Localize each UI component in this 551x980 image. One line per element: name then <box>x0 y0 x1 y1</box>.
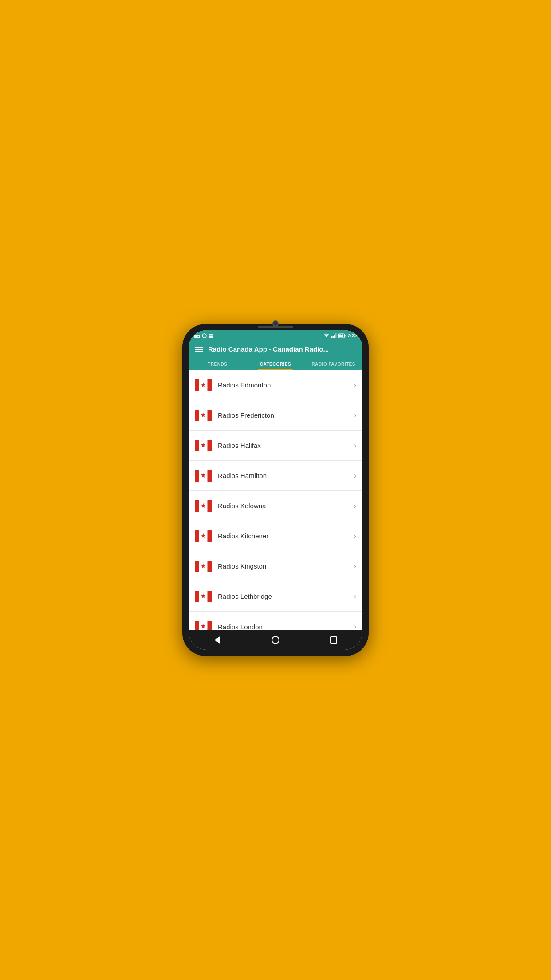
svg-point-1 <box>198 336 199 337</box>
canada-flag-icon <box>195 379 212 391</box>
svg-rect-20 <box>208 410 212 421</box>
item-label: Radios Kitchener <box>218 532 354 540</box>
svg-rect-15 <box>195 379 199 391</box>
list-item[interactable]: Radios Hamilton › <box>189 461 362 491</box>
svg-rect-24 <box>208 440 212 451</box>
canada-flag-icon <box>195 500 212 512</box>
canada-flag-icon <box>195 440 212 451</box>
chevron-right-icon: › <box>354 411 356 419</box>
chevron-right-icon: › <box>354 381 356 389</box>
svg-rect-39 <box>195 561 199 572</box>
list-item[interactable]: Radios Lethbridge › <box>189 581 362 612</box>
list-item[interactable]: Radios Kingston › <box>189 551 362 581</box>
svg-rect-48 <box>208 621 212 630</box>
app-title: Radio Canada App - Canadian Radio... <box>208 345 356 353</box>
menu-line-2 <box>195 349 203 350</box>
canada-flag-icon <box>195 561 212 572</box>
storage-status-icon <box>209 333 213 338</box>
svg-rect-7 <box>331 336 333 338</box>
item-label: Radios Edmonton <box>218 381 354 389</box>
status-icons-left <box>194 333 213 338</box>
svg-rect-40 <box>208 561 212 572</box>
radio-status-icon <box>194 333 200 338</box>
chevron-right-icon: › <box>354 472 356 480</box>
list-item[interactable]: Radios London › <box>189 612 362 630</box>
tab-favorites[interactable]: RADIO FAVORITES <box>304 357 362 370</box>
menu-line-3 <box>195 351 203 352</box>
chevron-right-icon: › <box>354 502 356 510</box>
svg-rect-23 <box>195 440 199 451</box>
item-label: Radios Fredericton <box>218 411 354 419</box>
canada-flag-icon <box>195 410 212 421</box>
chevron-right-icon: › <box>354 593 356 601</box>
canada-flag-icon <box>195 530 212 542</box>
phone-screen: 7:22 Radio Canada App - Canadian Radio..… <box>189 330 362 650</box>
item-label: Radios Lethbridge <box>218 593 354 600</box>
list-item[interactable]: Radios Fredericton › <box>189 400 362 431</box>
back-button[interactable] <box>212 635 223 645</box>
svg-rect-47 <box>195 621 199 630</box>
list-item[interactable]: Radios Kitchener › <box>189 521 362 551</box>
item-label: Radios Halifax <box>218 442 354 449</box>
list-item[interactable]: Radios Kelowna › <box>189 491 362 521</box>
tab-bar: TRENDS CATEGORIES RADIO FAVORITES <box>189 357 362 370</box>
phone-device: 7:22 Radio Canada App - Canadian Radio..… <box>182 324 369 656</box>
canada-flag-icon <box>195 621 212 630</box>
canada-flag-icon <box>195 591 212 602</box>
chevron-right-icon: › <box>354 623 356 630</box>
recents-button[interactable] <box>328 635 339 645</box>
item-label: Radios London <box>218 623 354 631</box>
svg-rect-12 <box>345 335 346 336</box>
svg-rect-19 <box>195 410 199 421</box>
back-icon <box>214 636 220 644</box>
tab-categories[interactable]: CATEGORIES <box>247 357 305 370</box>
svg-line-2 <box>194 333 196 335</box>
svg-rect-8 <box>333 336 334 338</box>
list-item[interactable]: Radios Halifax › <box>189 431 362 461</box>
svg-rect-16 <box>208 379 212 391</box>
wifi-icon <box>323 333 330 338</box>
chevron-right-icon: › <box>354 442 356 450</box>
svg-rect-28 <box>208 470 212 482</box>
svg-rect-35 <box>195 530 199 542</box>
status-time: 7:22 <box>347 333 357 338</box>
list-item[interactable]: Radios Edmonton › <box>189 370 362 400</box>
chevron-right-icon: › <box>354 562 356 570</box>
tab-trends[interactable]: TRENDS <box>189 357 247 370</box>
svg-rect-44 <box>208 591 212 602</box>
menu-line-1 <box>195 347 203 348</box>
item-label: Radios Kingston <box>218 562 354 570</box>
recents-icon <box>330 636 337 644</box>
bottom-navigation <box>189 630 362 650</box>
svg-rect-43 <box>195 591 199 602</box>
svg-marker-6 <box>325 336 328 337</box>
chevron-right-icon: › <box>354 532 356 540</box>
svg-rect-32 <box>208 500 212 512</box>
menu-button[interactable] <box>195 347 203 352</box>
status-icons-right: 7:22 <box>323 333 357 338</box>
svg-rect-31 <box>195 500 199 512</box>
home-icon <box>272 636 279 644</box>
battery-icon <box>338 333 346 338</box>
app-bar: Radio Canada App - Canadian Radio... <box>189 341 362 357</box>
item-label: Radios Kelowna <box>218 502 354 510</box>
radio-list: Radios Edmonton › Radios Fredericton › <box>189 370 362 630</box>
status-bar: 7:22 <box>189 330 362 341</box>
svg-rect-9 <box>334 335 335 338</box>
svg-rect-4 <box>209 334 213 338</box>
signal-icon <box>331 333 337 338</box>
svg-rect-36 <box>208 530 212 542</box>
home-button[interactable] <box>270 635 281 645</box>
svg-rect-10 <box>335 333 337 338</box>
phone-speaker <box>258 326 293 328</box>
canada-flag-icon <box>195 470 212 482</box>
item-label: Radios Hamilton <box>218 472 354 479</box>
svg-rect-27 <box>195 470 199 482</box>
circle-status-icon <box>202 333 207 338</box>
svg-point-3 <box>202 334 206 338</box>
